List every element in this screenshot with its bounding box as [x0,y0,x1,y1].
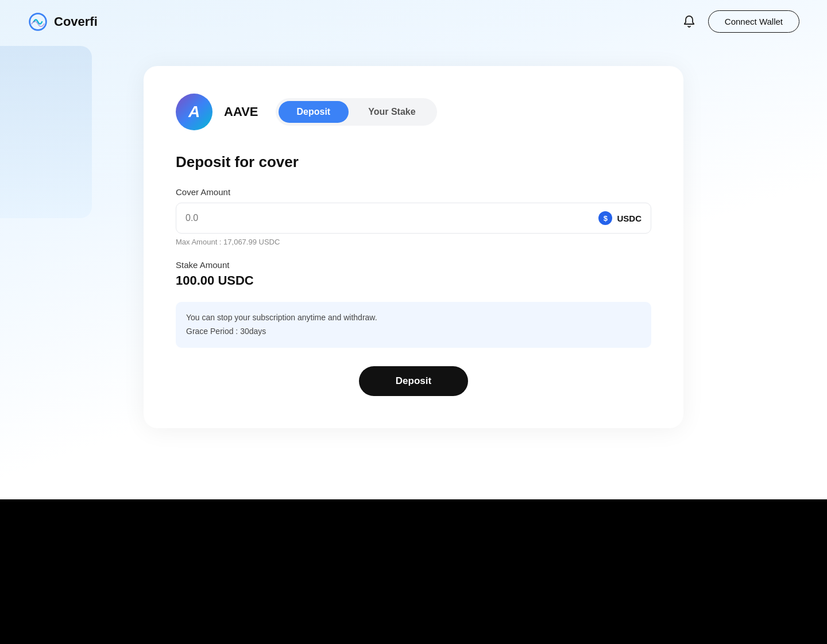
tab-deposit[interactable]: Deposit [279,101,349,123]
bg-decoration [0,46,92,218]
footer [0,499,827,644]
currency-label: USDC [617,214,641,223]
protocol-logo-letter: A [188,103,200,121]
logo-text: Coverfi [54,14,98,29]
tab-switcher: Deposit Your Stake [276,98,437,126]
tab-your-stake[interactable]: Your Stake [350,101,434,123]
main-content: A AAVE Deposit Your Stake Deposit for co… [0,43,827,463]
usdc-badge: $ USDC [598,211,641,225]
protocol-header: A AAVE Deposit Your Stake [176,94,651,130]
header: Coverfi Connect Wallet [0,0,827,43]
cover-amount-input-row: $ USDC [176,203,651,234]
info-box-text: You can stop your subscription anytime a… [186,311,641,339]
stake-amount-label: Stake Amount [176,260,651,270]
info-line1: You can stop your subscription anytime a… [186,313,377,322]
logo-area: Coverfi [28,11,98,32]
info-box: You can stop your subscription anytime a… [176,302,651,348]
notification-icon[interactable] [682,14,697,29]
stake-amount-group: Stake Amount 100.00 USDC [176,260,651,288]
connect-wallet-button[interactable]: Connect Wallet [708,10,799,33]
header-right: Connect Wallet [682,10,799,33]
stake-amount-value: 100.00 USDC [176,273,651,288]
protocol-name: AAVE [224,104,258,119]
usdc-icon: $ [598,211,612,225]
deposit-button[interactable]: Deposit [359,366,468,396]
form-title: Deposit for cover [176,153,651,171]
protocol-logo: A [176,94,212,130]
cover-amount-group: Cover Amount $ USDC Max Amount : 17,067.… [176,187,651,246]
max-amount-text: Max Amount : 17,067.99 USDC [176,238,651,246]
info-line2: Grace Period : 30days [186,327,266,336]
cover-amount-label: Cover Amount [176,187,651,197]
main-card: A AAVE Deposit Your Stake Deposit for co… [144,66,683,428]
cover-amount-input[interactable] [186,213,598,223]
coverfi-logo-icon [28,11,48,32]
